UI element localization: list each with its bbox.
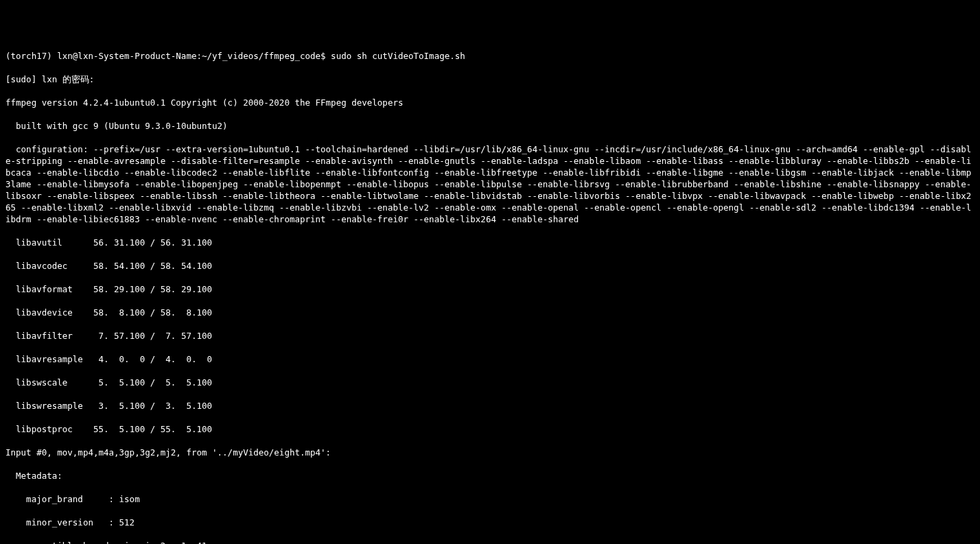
major-brand-line: major_brand : isom	[5, 493, 975, 505]
minor-version-line: minor_version : 512	[5, 517, 975, 528]
libswresample-line: libswresample 3. 5.100 / 3. 5.100	[5, 400, 975, 412]
libpostproc-line: libpostproc 55. 5.100 / 55. 5.100	[5, 423, 975, 435]
terminal-prompt-line: (torch17) lxn@lxn-System-Product-Name:~/…	[5, 50, 975, 62]
libavfilter-line: libavfilter 7. 57.100 / 7. 57.100	[5, 330, 975, 342]
libavresample-line: libavresample 4. 0. 0 / 4. 0. 0	[5, 353, 975, 365]
sudo-password-line: [sudo] lxn 的密码:	[5, 73, 975, 85]
configuration-line: configuration: --prefix=/usr --extra-ver…	[5, 143, 975, 225]
compatible-brands-line: compatible_brands: isomiso2avc1mp41	[5, 540, 975, 544]
input0-line: Input #0, mov,mp4,m4a,3gp,3g2,mj2, from …	[5, 447, 975, 458]
libavformat-line: libavformat 58. 29.100 / 58. 29.100	[5, 283, 975, 295]
metadata-label: Metadata:	[5, 470, 975, 482]
libavutil-line: libavutil 56. 31.100 / 56. 31.100	[5, 237, 975, 248]
ffmpeg-version-line: ffmpeg version 4.2.4-1ubuntu0.1 Copyrigh…	[5, 97, 975, 108]
libavcodec-line: libavcodec 58. 54.100 / 58. 54.100	[5, 260, 975, 272]
built-with-line: built with gcc 9 (Ubuntu 9.3.0-10ubuntu2…	[5, 120, 975, 132]
libswscale-line: libswscale 5. 5.100 / 5. 5.100	[5, 377, 975, 388]
libavdevice-line: libavdevice 58. 8.100 / 58. 8.100	[5, 307, 975, 318]
